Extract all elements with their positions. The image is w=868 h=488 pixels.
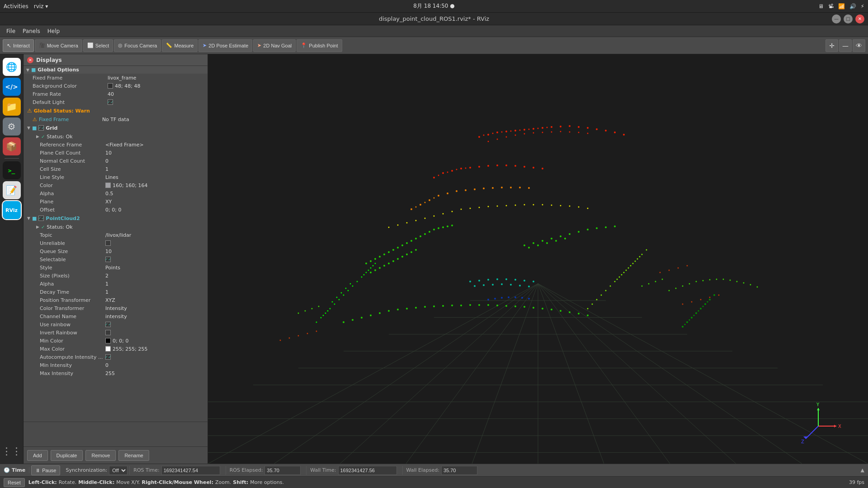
position-transformer-row: Position Transformer XYZ xyxy=(24,296,208,304)
svg-point-166 xyxy=(392,249,394,251)
maximize-button[interactable]: □ xyxy=(844,14,853,23)
minimize-button[interactable]: — xyxy=(832,14,841,23)
channel-name-value[interactable]: intensity xyxy=(105,314,127,319)
plane-value[interactable]: XY xyxy=(105,199,112,205)
menu-help[interactable]: Help xyxy=(44,27,63,35)
pause-button[interactable]: ⏸ Pause xyxy=(31,465,60,475)
menu-panels[interactable]: Panels xyxy=(19,27,44,35)
add-axes-button[interactable]: ✛ xyxy=(826,39,838,52)
dock-rviz[interactable]: RViz xyxy=(3,201,21,219)
add-button[interactable]: Add xyxy=(27,450,48,461)
max-intensity-value[interactable]: 255 xyxy=(105,371,115,376)
reset-button[interactable]: Reset xyxy=(4,478,25,487)
grid-status-row[interactable]: ▶ ✓ Status: Ok xyxy=(24,132,208,141)
grid-checkbox[interactable]: ✓ xyxy=(38,125,44,131)
decay-time-value[interactable]: 1 xyxy=(105,289,108,295)
selectable-checkbox[interactable]: ✓ xyxy=(105,257,111,262)
time-panel-expander[interactable]: ▲ xyxy=(861,467,864,473)
offset-value[interactable]: 0; 0; 0 xyxy=(105,207,121,213)
svg-point-210 xyxy=(370,314,372,316)
frame-rate-value[interactable]: 40 xyxy=(108,91,114,97)
remove-button[interactable]: Remove xyxy=(85,450,116,461)
svg-point-162 xyxy=(374,258,376,260)
close-button[interactable]: ✕ xyxy=(855,14,864,23)
nav-goal-button[interactable]: ➤ 2D Nav Goal xyxy=(253,39,296,52)
invert-rainbow-checkbox[interactable] xyxy=(105,330,111,335)
duplicate-button[interactable]: Duplicate xyxy=(51,450,83,461)
sync-dropdown[interactable]: Off xyxy=(109,466,127,475)
ros-time-input[interactable] xyxy=(161,466,220,475)
grid-header-row[interactable]: ▼ ■ ✓ Grid xyxy=(24,123,208,132)
interact-button[interactable]: ↖ Interact xyxy=(3,39,34,52)
panel-close-button[interactable]: ✕ xyxy=(27,57,33,63)
dock-apps[interactable]: ⋮⋮ xyxy=(3,442,21,460)
menu-file[interactable]: File xyxy=(3,27,19,35)
wall-time-input[interactable] xyxy=(338,466,397,475)
view-button[interactable]: 👁 xyxy=(853,39,865,52)
min-color-swatch[interactable] xyxy=(105,338,111,343)
pointcloud2-checkbox[interactable]: ✓ xyxy=(38,216,44,221)
measure-button[interactable]: 📏 Measure xyxy=(162,39,198,52)
global-status-row[interactable]: ⚠ Global Status: Warn xyxy=(24,106,208,115)
subtract-button[interactable]: — xyxy=(839,39,852,52)
default-light-checkbox[interactable]: ✓ xyxy=(108,99,113,105)
title-bar: display_point_cloud_ROS1.rviz* - RViz — … xyxy=(0,13,868,25)
focus-camera-button[interactable]: ◎ Focus Camera xyxy=(114,39,161,52)
position-transformer-value[interactable]: XYZ xyxy=(105,297,115,303)
dock-settings[interactable]: ⚙ xyxy=(3,117,21,136)
svg-point-214 xyxy=(406,308,408,310)
style-value[interactable]: Points xyxy=(105,265,120,271)
app-name[interactable]: rviz ▾ xyxy=(34,3,48,9)
color-label: Color xyxy=(40,183,105,188)
color-transformer-value[interactable]: Intensity xyxy=(105,305,127,311)
bg-color-swatch[interactable] xyxy=(108,83,113,89)
publish-point-button[interactable]: 📍 Publish Point xyxy=(297,39,342,52)
wall-elapsed-input[interactable] xyxy=(441,466,477,475)
pointcloud2-header-row[interactable]: ▼ ■ ✓ PointCloud2 xyxy=(24,214,208,223)
dock-files[interactable]: 📁 xyxy=(3,98,21,116)
max-color-swatch[interactable] xyxy=(105,346,111,352)
pc-status-row[interactable]: ▶ ✓ Status: Ok xyxy=(24,223,208,231)
dock-chrome[interactable]: 🌐 xyxy=(3,58,21,76)
select-button[interactable]: ⬜ Select xyxy=(83,39,113,52)
color-row: Color 160; 160; 164 xyxy=(24,181,208,189)
dock-terminal[interactable]: >_ xyxy=(3,161,21,179)
svg-text:X: X xyxy=(838,424,841,429)
global-options-header[interactable]: ▼ ■ Global Options xyxy=(24,66,208,74)
queue-size-value[interactable]: 10 xyxy=(105,249,112,254)
activities-label[interactable]: Activities xyxy=(4,3,28,9)
min-intensity-value[interactable]: 0 xyxy=(105,362,108,368)
rename-button[interactable]: Rename xyxy=(118,450,149,461)
svg-point-212 xyxy=(388,310,390,312)
dock-gedit[interactable]: 📝 xyxy=(3,181,21,199)
color-swatch[interactable] xyxy=(105,183,111,188)
svg-point-108 xyxy=(451,170,453,172)
svg-point-150 xyxy=(506,136,507,138)
svg-point-39 xyxy=(361,277,363,278)
svg-point-105 xyxy=(434,197,435,199)
line-style-value[interactable]: Lines xyxy=(105,174,118,180)
autocompute-checkbox[interactable]: ✓ xyxy=(105,354,111,360)
dock-synaptic[interactable]: 📦 xyxy=(3,137,21,155)
topic-value[interactable]: /livox/lidar xyxy=(105,232,131,238)
svg-point-169 xyxy=(406,242,408,244)
unreliable-checkbox[interactable] xyxy=(105,240,111,246)
fixed-frame-value[interactable]: livox_frame xyxy=(108,75,137,81)
svg-point-272 xyxy=(669,290,670,291)
ref-frame-value[interactable]: <Fixed Frame> xyxy=(105,142,144,148)
ros-elapsed-input[interactable] xyxy=(264,466,301,475)
plane-cell-value[interactable]: 10 xyxy=(105,150,112,156)
ros-time-label: ROS Time: xyxy=(133,467,159,473)
displays-scroll-area[interactable]: ▼ ■ Global Options Fixed Frame livox_fra… xyxy=(24,66,208,422)
position-transformer-label: Position Transformer xyxy=(40,297,105,303)
size-pixels-value[interactable]: 2 xyxy=(105,273,108,279)
alpha2-value[interactable]: 1 xyxy=(105,281,108,287)
normal-cell-value[interactable]: 0 xyxy=(105,158,108,164)
dock-vscode[interactable]: </> xyxy=(3,78,21,96)
alpha-value[interactable]: 0.5 xyxy=(105,191,113,197)
move-camera-button[interactable]: 🎥 Move Camera xyxy=(35,39,82,52)
3d-viewport[interactable]: X Y Z xyxy=(208,54,868,464)
use-rainbow-checkbox[interactable]: ✓ xyxy=(105,322,111,327)
pose-estimate-button[interactable]: ➤ 2D Pose Estimate xyxy=(198,39,252,52)
cell-size-value[interactable]: 1 xyxy=(105,166,108,172)
